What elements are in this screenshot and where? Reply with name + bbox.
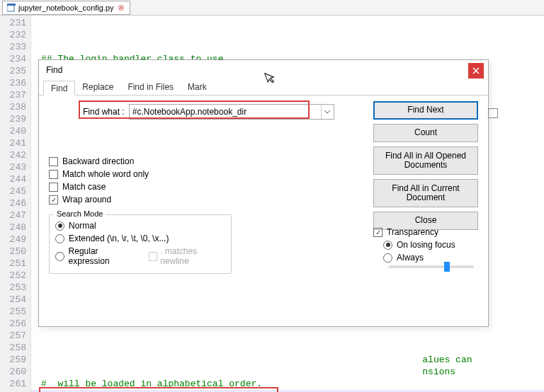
radio-regex[interactable]: Regular expression. matches newline — [55, 246, 225, 266]
radio-always[interactable]: Always — [383, 253, 478, 263]
matches-newline-checkbox: . matches newline — [149, 246, 225, 266]
search-mode-title: Search Mode — [54, 209, 106, 218]
dialog-body: Find what : Find Next Count Find All in … — [39, 96, 488, 326]
extra-checkbox[interactable] — [488, 108, 498, 118]
tab-replace[interactable]: Replace — [75, 80, 120, 95]
tab-find-in-files[interactable]: Find in Files — [120, 80, 181, 95]
chevron-down-icon[interactable] — [321, 105, 334, 119]
find-next-button[interactable]: Find Next — [373, 101, 478, 120]
dialog-title: Find — [46, 65, 62, 75]
svg-rect-1 — [7, 4, 16, 6]
radio-on-losing-focus[interactable]: On losing focus — [383, 240, 478, 250]
highlight-box-result — [39, 387, 278, 392]
radio-extended[interactable]: Extended (\n, \r, \t, \0, \x...) — [55, 234, 225, 243]
file-tab-bar: jupyter_notebook_config.py — [0, 0, 544, 16]
dialog-tabs: Find Replace Find in Files Mark — [39, 80, 488, 96]
search-mode-group: Search Mode Normal Extended (\n, \r, \t,… — [49, 214, 232, 274]
slider-thumb[interactable] — [444, 262, 450, 272]
find-dialog: Find Find Replace Find in Files Mark Fin… — [38, 59, 489, 327]
find-input-wrap — [129, 104, 334, 120]
transparency-slider[interactable] — [389, 265, 474, 268]
radio-normal[interactable]: Normal — [55, 221, 225, 231]
tab-mark[interactable]: Mark — [181, 80, 214, 95]
count-button[interactable]: Count — [373, 124, 478, 142]
line-gutter: 2312322332342352362372382392402412422432… — [0, 16, 31, 392]
button-column: Find Next Count Find All in All Opened D… — [373, 101, 478, 230]
transparency-checkbox[interactable]: ✓Transparency — [373, 227, 478, 237]
find-what-label: Find what : — [83, 107, 125, 117]
tab-find[interactable]: Find — [43, 81, 75, 96]
file-icon — [7, 4, 16, 12]
file-tab-label: jupyter_notebook_config.py — [18, 4, 114, 12]
dialog-close-button[interactable] — [468, 63, 484, 79]
close-icon[interactable] — [117, 4, 125, 12]
find-all-opened-button[interactable]: Find All in All Opened Documents — [373, 146, 478, 175]
find-all-current-button[interactable]: Find All in Current Document — [373, 179, 478, 207]
find-input[interactable] — [130, 105, 321, 119]
svg-rect-0 — [7, 5, 14, 11]
file-tab[interactable]: jupyter_notebook_config.py — [2, 1, 130, 15]
dialog-title-bar[interactable]: Find — [39, 60, 488, 80]
transparency-section: ✓Transparency On losing focus Always — [373, 227, 478, 268]
